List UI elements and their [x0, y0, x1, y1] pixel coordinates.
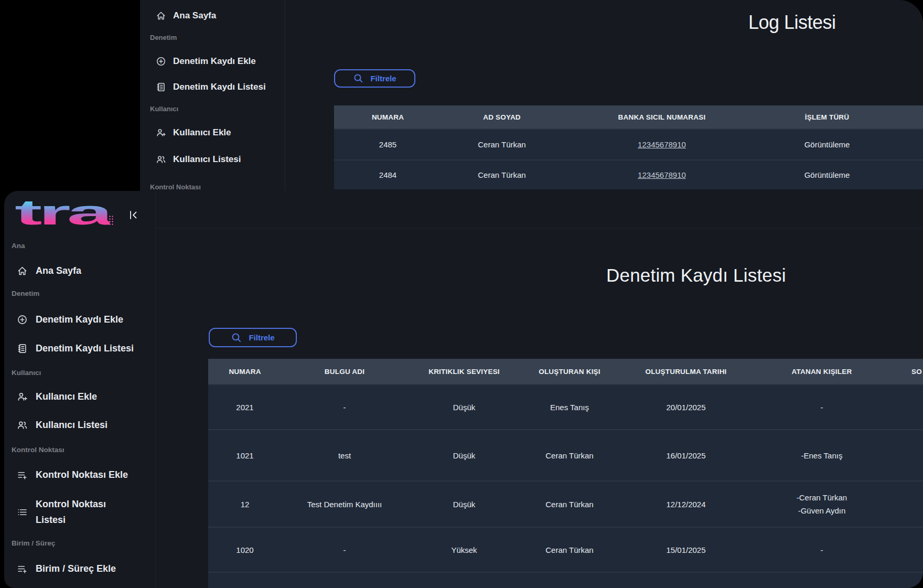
sidebar-a-section-denetim: Denetim: [150, 34, 177, 41]
sidebar-b-item-kontrol-noktasi-ekle[interactable]: Kontrol Noktası Ekle: [17, 466, 128, 484]
sidebar-b-item-denetim-kaydi-ekle[interactable]: Denetim Kaydı Ekle: [17, 311, 123, 328]
audit-col-so: SO: [890, 368, 923, 376]
log-col-banka-sicil: BANKA SICIL NUMARASI: [562, 113, 761, 121]
audit-filter-button[interactable]: Filtrele: [209, 328, 297, 347]
cell-bulgu-adi: -: [282, 403, 407, 412]
plus-circle-icon: [156, 56, 166, 67]
cell-islem-turu: Görüntüleme: [761, 140, 893, 149]
cell-olusturan: Ceran Türkan: [521, 546, 618, 554]
sidebar-b-label: Denetim Kaydı Listesi: [36, 343, 134, 354]
sidebar-b-label: Ana Sayfa: [36, 265, 81, 276]
log-col-ad-soyad: AD SOYAD: [442, 113, 562, 121]
sidebar-a-item-denetim-kaydi-listesi[interactable]: Denetim Kaydı Listesi: [156, 78, 266, 96]
banka-sicil-link[interactable]: 12345678910: [638, 140, 686, 149]
audit-page-title: Denetim Kaydı Listesi: [606, 265, 786, 286]
sidebar-b-item-denetim-kaydi-listesi[interactable]: Denetim Kaydı Listesi: [17, 339, 134, 357]
sidebar-a-item-kullanici-listesi[interactable]: Kullanıcı Listesi: [156, 151, 241, 168]
journal-icon: [156, 82, 166, 92]
log-filter-button[interactable]: Filtrele: [334, 69, 415, 88]
cell-numara: 1021: [208, 451, 282, 460]
sidebar-b-section-birim-surec: Birim / Süreç: [12, 539, 55, 547]
audit-table-row[interactable]: [208, 572, 923, 588]
sidebar-b-item-kontrol-noktasi-listesi[interactable]: Kontrol Noktası Listesi: [17, 496, 125, 528]
sidebar-b-section-denetim: Denetim: [12, 290, 39, 297]
sidebar-b-item-kullanici-listesi[interactable]: Kullanıcı Listesi: [17, 416, 108, 434]
collapse-sidebar-icon: [127, 209, 139, 221]
sidebar-b-item-ana-sayfa[interactable]: Ana Sayfa: [17, 262, 81, 280]
sidebar-a-item-denetim-kaydi-ekle[interactable]: Denetim Kaydı Ekle: [156, 52, 256, 70]
cell-numara: 12: [208, 500, 282, 509]
sidebar-b-label: Kontrol Noktası Ekle: [36, 469, 128, 480]
audit-table-row[interactable]: 12 Test Denetim Kaydıııı Düşük Ceran Tür…: [208, 480, 923, 527]
cell-numara: 2021: [208, 403, 282, 412]
list-icon: [17, 507, 28, 518]
log-page-panel: Ana Sayfa Denetim Denetim Kaydı Ekle Den…: [140, 0, 923, 191]
cell-numara: 1020: [208, 546, 282, 554]
logo[interactable]: tra: [15, 198, 55, 227]
journal-icon: [17, 343, 28, 354]
home-icon: [156, 10, 166, 21]
home-icon: [17, 265, 28, 276]
cell-kritiklik: Düşük: [407, 403, 521, 412]
cell-bulgu-adi: test: [282, 451, 407, 460]
log-sidebar-divider: [285, 0, 285, 191]
cell-atanan: -: [754, 546, 890, 554]
content-header-divider: [156, 227, 923, 229]
log-table-row[interactable]: 2484 Ceran Türkan 12345678910 Görüntülem…: [334, 159, 923, 189]
audit-table-row[interactable]: 1020 - Yüksek Ceran Türkan 15/01/2025 -: [208, 527, 923, 572]
audit-table: NUMARA BULGU ADI KRITIKLIK SEVIYESI OLUŞ…: [208, 359, 923, 588]
sidebar-collapse-button[interactable]: [127, 209, 139, 221]
log-table: NUMARA AD SOYAD BANKA SICIL NUMARASI İŞL…: [334, 105, 923, 189]
cell-islem-turu: Görüntüleme: [761, 170, 893, 179]
sidebar-b-label: Birim / Süreç Ekle: [36, 563, 116, 574]
list-plus-icon: [17, 469, 28, 480]
log-col-numara: NUMARA: [334, 113, 442, 121]
cell-olusturan: Ceran Türkan: [521, 500, 618, 509]
logo-text: tra: [15, 198, 109, 227]
cell-tarih: 12/12/2024: [618, 500, 754, 509]
person-plus-icon: [17, 391, 28, 402]
cell-olusturan: Ceran Türkan: [521, 451, 618, 460]
sidebar-b-label: Kullanıcı Listesi: [36, 420, 108, 431]
log-page-title: Log Listesi: [748, 12, 836, 34]
audit-table-row[interactable]: 1021 test Düşük Ceran Türkan 16/01/2025 …: [208, 429, 923, 480]
sidebar-a-item-kullanici-ekle[interactable]: Kullanıcı Ekle: [156, 124, 231, 142]
sidebar-b-section-kontrol-noktasi: Kontrol Noktası: [12, 446, 65, 454]
audit-col-olusturan: OLUŞTURAN KIŞI: [521, 368, 618, 376]
audit-col-kritiklik: KRITIKLIK SEVIYESI: [407, 368, 521, 376]
sidebar-b-section-ana: Ana: [12, 242, 25, 250]
people-icon: [17, 420, 28, 431]
cell-numara: 2485: [334, 140, 442, 149]
audit-table-row[interactable]: 2021 - Düşük Enes Tanış 20/01/2025 -: [208, 384, 923, 429]
person-plus-icon: [156, 127, 166, 138]
sidebar-a-label: Kullanıcı Ekle: [173, 127, 231, 138]
list-plus-icon: [17, 563, 28, 574]
sidebar-b-label: Kontrol Noktası Listesi: [36, 496, 125, 528]
audit-table-header-row: NUMARA BULGU ADI KRITIKLIK SEVIYESI OLUŞ…: [208, 359, 923, 384]
sidebar-a-section-kullanici: Kullanıcı: [150, 105, 178, 113]
sidebar-b-section-kullanici: Kullanıcı: [12, 369, 41, 377]
log-col-islem-turu: İŞLEM TÜRÜ: [761, 113, 893, 121]
cell-ad-soyad: Ceran Türkan: [442, 140, 562, 149]
sidebar-b-label: Kullanıcı Ekle: [36, 391, 97, 402]
audit-col-tarih: OLUŞTURULMA TARIHI: [618, 368, 754, 376]
sidebar-b-label: Denetim Kaydı Ekle: [36, 314, 123, 325]
sidebar-a-label: Denetim Kaydı Listesi: [173, 82, 266, 92]
audit-col-atanan: ATANAN KIŞILER: [754, 368, 890, 376]
plus-circle-icon: [17, 314, 28, 325]
cell-atanan: -Ceran Türkan -Güven Aydın: [754, 491, 890, 517]
cell-kritiklik: Düşük: [407, 500, 521, 509]
cell-tarih: 16/01/2025: [618, 451, 754, 460]
log-table-row[interactable]: 2485 Ceran Türkan 12345678910 Görüntülem…: [334, 129, 923, 159]
cell-olusturan: Enes Tanış: [521, 403, 618, 412]
banka-sicil-link[interactable]: 12345678910: [638, 170, 686, 179]
cell-kritiklik: Yüksek: [407, 546, 521, 554]
sidebar-a-label: Ana Sayfa: [173, 10, 216, 21]
audit-col-bulgu-adi: BULGU ADI: [282, 368, 407, 376]
sidebar-b-item-kullanici-ekle[interactable]: Kullanıcı Ekle: [17, 388, 97, 405]
sidebar-b-item-birim-surec-ekle[interactable]: Birim / Süreç Ekle: [17, 560, 116, 578]
audit-filter-button-label: Filtrele: [249, 333, 274, 342]
sidebar-a-item-ana-sayfa[interactable]: Ana Sayfa: [156, 7, 216, 25]
cell-tarih: 20/01/2025: [618, 403, 754, 412]
logo-dots: [109, 215, 114, 225]
